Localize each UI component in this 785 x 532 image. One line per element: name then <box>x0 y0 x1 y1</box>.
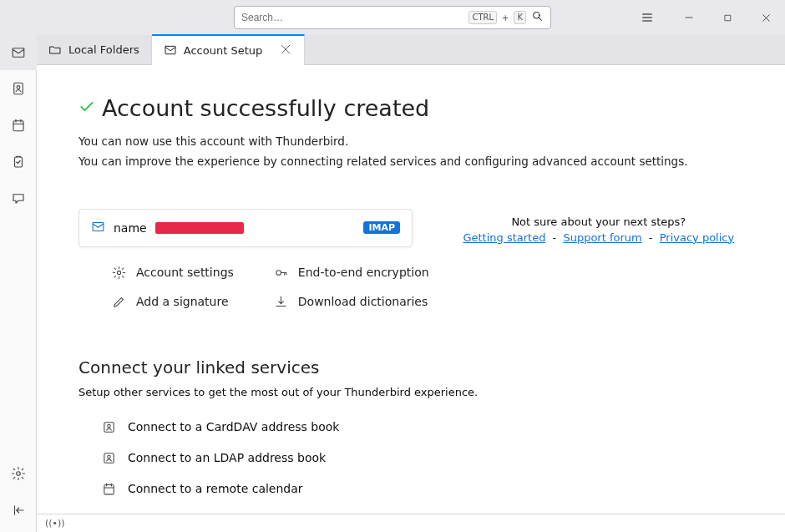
svg-point-17 <box>16 472 20 476</box>
svg-line-1 <box>539 18 541 20</box>
kbd-plus: + <box>502 13 509 23</box>
svg-point-23 <box>117 271 120 274</box>
help-panel: Not sure about your next steps? Getting … <box>454 209 743 244</box>
svg-rect-22 <box>93 222 104 231</box>
sidebar-address-book[interactable] <box>0 70 37 107</box>
app-menu-button[interactable] <box>633 0 661 35</box>
help-question: Not sure about your next steps? <box>454 215 743 228</box>
status-bar: ((•)) <box>37 514 785 532</box>
mail-icon <box>91 220 105 236</box>
tab-account-setup[interactable]: Account Setup <box>152 34 305 64</box>
title-bar: CTRL + K <box>0 0 785 35</box>
account-settings-link[interactable]: Account settings <box>112 266 234 280</box>
action-label: Download dictionaries <box>298 295 428 308</box>
minimize-button[interactable] <box>670 0 708 35</box>
support-forum-link[interactable]: Support forum <box>563 231 641 244</box>
action-label: Account settings <box>136 266 234 279</box>
page-title: Account successfully created <box>102 95 429 121</box>
account-email-redacted <box>155 222 244 234</box>
link-label: Connect to a remote calendar <box>128 482 303 495</box>
separator: - <box>649 231 653 244</box>
linked-services-heading: Connect your linked services <box>78 357 743 377</box>
page-subtext-1: You can now use this account with Thunde… <box>78 133 743 149</box>
link-label: Connect to a CardDAV address book <box>128 420 339 433</box>
download-dictionaries-link[interactable]: Download dictionaries <box>274 295 429 309</box>
sidebar-tasks[interactable] <box>0 144 37 180</box>
connect-carddav-link[interactable]: Connect to a CardDAV address book <box>102 420 743 434</box>
svg-rect-12 <box>13 121 23 131</box>
success-check-icon <box>78 99 95 118</box>
search-box[interactable]: CTRL + K <box>234 6 551 29</box>
maximize-button[interactable] <box>708 0 747 35</box>
window-controls <box>670 0 785 35</box>
account-card: name IMAP <box>78 209 413 247</box>
tab-label: Local Folders <box>68 43 139 56</box>
add-signature-link[interactable]: Add a signature <box>112 295 234 309</box>
kbd-k: K <box>514 11 526 24</box>
svg-rect-19 <box>165 46 175 53</box>
action-label: End-to-end encryption <box>298 266 429 279</box>
close-tab-button[interactable] <box>279 43 292 58</box>
connect-ldap-link[interactable]: Connect to an LDAP address book <box>102 451 743 465</box>
connect-calendar-link[interactable]: Connect to a remote calendar <box>102 482 743 496</box>
privacy-policy-link[interactable]: Privacy policy <box>660 231 734 244</box>
link-label: Connect to an LDAP address book <box>128 451 326 464</box>
tab-bar: Local Folders Account Setup <box>37 35 785 65</box>
sidebar-chat[interactable] <box>0 180 37 217</box>
sidebar-collapse[interactable] <box>0 492 37 529</box>
page-subtext-2: You can improve the experience by connec… <box>78 153 743 170</box>
separator: - <box>553 231 557 244</box>
close-window-button[interactable] <box>747 0 785 35</box>
search-input[interactable] <box>241 12 463 23</box>
svg-rect-29 <box>104 484 114 494</box>
tab-label: Account Setup <box>184 44 262 57</box>
activity-icon[interactable]: ((•)) <box>45 518 65 529</box>
tab-local-folders[interactable]: Local Folders <box>37 35 152 64</box>
sidebar-calendar[interactable] <box>0 107 37 144</box>
svg-point-26 <box>108 424 111 428</box>
sidebar-settings[interactable] <box>0 455 37 492</box>
account-name: name <box>114 221 147 235</box>
svg-point-28 <box>108 455 111 459</box>
getting-started-link[interactable]: Getting started <box>463 231 545 244</box>
svg-rect-9 <box>13 48 24 58</box>
svg-point-24 <box>276 270 281 275</box>
e2e-encryption-link[interactable]: End-to-end encryption <box>274 266 429 280</box>
sidebar-mail[interactable] <box>0 35 37 70</box>
spaces-toolbar <box>0 35 37 532</box>
svg-rect-6 <box>725 15 730 20</box>
content-scroll[interactable]: Account successfully created You can now… <box>37 65 785 514</box>
linked-services-sub: Setup other services to get the most out… <box>78 386 743 398</box>
search-icon[interactable] <box>531 10 544 25</box>
svg-point-11 <box>17 86 20 89</box>
action-label: Add a signature <box>136 295 229 308</box>
protocol-badge: IMAP <box>363 221 400 234</box>
kbd-ctrl: CTRL <box>468 11 497 24</box>
